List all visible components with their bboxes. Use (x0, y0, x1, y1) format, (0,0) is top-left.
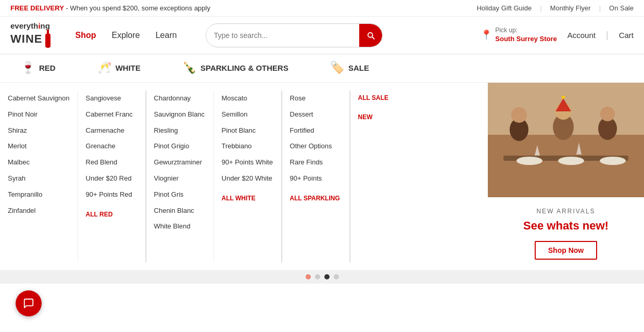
red-item-sangiovese[interactable]: Sangiovese (86, 91, 137, 107)
white-item-sauv-blanc[interactable]: Sauvignon Blanc (154, 107, 206, 123)
white-item-chenin[interactable]: Chenin Blanc (154, 203, 206, 219)
red-item-90plus[interactable]: 90+ Points Red (86, 187, 137, 203)
red-item-tempranillo[interactable]: Tempranillo (8, 187, 70, 203)
red-item-merlot[interactable]: Merlot (8, 138, 70, 155)
svg-point-9 (600, 157, 626, 165)
svg-point-3 (45, 45, 50, 48)
pickup-info[interactable]: 📍 Pick up: South Surrey Store (481, 27, 557, 43)
white-item-chardonnay[interactable]: Chardonnay (154, 91, 206, 107)
white-item-under20[interactable]: Under $20 White (222, 171, 273, 187)
white-item-semillon[interactable]: Semillon (222, 107, 273, 123)
cat-white-label: WHITE (116, 63, 141, 72)
new-link[interactable]: NEW (358, 110, 410, 125)
all-sale-link[interactable]: ALL SALE (358, 91, 410, 106)
right-panel: NEW ARRIVALS See whats new! Shop Now (488, 83, 644, 270)
shop-now-button[interactable]: Shop Now (535, 241, 597, 260)
cart-link[interactable]: Cart (619, 31, 634, 40)
red-col-2: Sangiovese Cabernet Franc Carmenache Gre… (78, 91, 146, 262)
white-item-blend[interactable]: White Blend (154, 219, 206, 235)
red-item-cab-franc[interactable]: Cabernet Franc (86, 107, 137, 123)
sparkling-item-dessert[interactable]: Dessert (290, 107, 342, 123)
svg-point-21 (562, 96, 565, 99)
white-item-viognier[interactable]: Viognier (154, 171, 206, 187)
red-item-carmenere[interactable]: Carmenache (86, 123, 137, 139)
sparkling-wine-icon: 🍾 (182, 61, 196, 74)
red-item-pinot-noir[interactable]: Pinot Noir (8, 107, 70, 123)
divider-2: | (599, 4, 601, 12)
svg-rect-2 (45, 35, 50, 46)
white-item-pinot-blanc[interactable]: Pinot Blanc (222, 123, 273, 139)
logo-text: everything (10, 22, 52, 30)
account-link[interactable]: Account (567, 31, 596, 40)
pickup-text: Pick up: South Surrey Store (495, 27, 557, 43)
sparkling-item-rose[interactable]: Rose (290, 91, 342, 107)
search-input[interactable] (206, 26, 359, 45)
white-col-1: Chardonnay Sauvignon Blanc Riesling Pino… (146, 91, 214, 262)
nav-shop[interactable]: Shop (72, 28, 98, 43)
red-item-grenache[interactable]: Grenache (86, 138, 137, 155)
red-item-cabernet[interactable]: Cabernet Sauvignon (8, 91, 70, 107)
monthly-flyer-link[interactable]: Monthly Flyer (550, 4, 591, 12)
category-nav: 🍷 RED 🥂 WHITE 🍾 SPARKLING & OTHERS 🏷️ SA… (0, 55, 644, 83)
white-item-gewurz[interactable]: Gewurztraminer (154, 155, 206, 171)
dot-2[interactable] (315, 274, 320, 279)
search-button[interactable] (359, 24, 382, 47)
nav-explore[interactable]: Explore (109, 28, 142, 43)
cat-sparkling-label: SPARKLING & OTHERS (200, 63, 288, 72)
sparkling-item-rare[interactable]: Rare Finds (290, 155, 342, 171)
cat-red-label: RED (39, 63, 56, 72)
top-bar-links: Holiday Gift Guide | Monthly Flyer | On … (477, 4, 634, 12)
holiday-guide-link[interactable]: Holiday Gift Guide (477, 4, 532, 12)
red-item-under20[interactable]: Under $20 Red (86, 171, 137, 187)
divider-1: | (540, 4, 541, 12)
free-delivery-banner: FREE DELIVERY - When you spend $200, som… (10, 4, 210, 12)
pickup-label: Pick up: (495, 27, 557, 35)
sparkling-item-fortified[interactable]: Fortified (290, 123, 342, 139)
svg-point-8 (558, 157, 584, 165)
red-item-zinfandel[interactable]: Zinfandel (8, 203, 70, 219)
dot-4[interactable] (334, 274, 339, 279)
free-delivery-desc: - When you spend $200, some exceptions a… (66, 4, 210, 12)
location-icon: 📍 (481, 29, 492, 41)
all-red-link[interactable]: ALL RED (86, 207, 137, 222)
white-col-2: Moscato Semillon Pinot Blanc Trebbiano 9… (214, 91, 282, 262)
cat-red[interactable]: 🍷 RED (10, 55, 87, 82)
red-item-red-blend[interactable]: Red Blend (86, 155, 137, 171)
people-image (488, 83, 644, 197)
top-bar: FREE DELIVERY - When you spend $200, som… (0, 0, 644, 17)
white-item-pinot-gris[interactable]: Pinot Gris (154, 187, 206, 203)
header-right: 📍 Pick up: South Surrey Store Account | … (481, 27, 634, 43)
white-item-90plus[interactable]: 90+ Points White (222, 155, 273, 171)
new-arrivals-box: NEW ARRIVALS See whats new! Shop Now (488, 197, 644, 270)
all-white-link[interactable]: ALL WHITE (222, 191, 273, 206)
wine-bottle-icon (44, 30, 52, 48)
cat-sparkling[interactable]: 🍾 SPARKLING & OTHERS (172, 55, 320, 82)
sparkling-item-90plus[interactable]: 90+ Points (290, 171, 342, 187)
sparkling-col: Rose Dessert Fortified Other Options Rar… (282, 91, 350, 262)
pickup-store: South Surrey Store (495, 35, 557, 44)
red-wine-icon: 🍷 (21, 61, 35, 74)
dot-1[interactable] (306, 274, 311, 279)
white-item-trebbiano[interactable]: Trebbiano (222, 138, 273, 155)
sale-icon: 🏷️ (330, 61, 344, 74)
nav-learn[interactable]: Learn (153, 28, 180, 43)
all-sparkling-link[interactable]: ALL SPARKLING (290, 191, 342, 206)
white-item-riesling[interactable]: Riesling (154, 123, 206, 139)
white-item-moscato[interactable]: Moscato (222, 91, 273, 107)
logo[interactable]: everything WINE (10, 22, 52, 48)
red-col-1: Cabernet Sauvignon Pinot Noir Shiraz Mer… (0, 91, 78, 262)
red-item-malbec[interactable]: Malbec (8, 155, 70, 171)
main-content: Cabernet Sauvignon Pinot Noir Shiraz Mer… (0, 83, 644, 270)
red-item-syrah[interactable]: Syrah (8, 171, 70, 187)
svg-point-15 (511, 107, 527, 123)
svg-rect-5 (488, 135, 644, 197)
white-item-pinot-grigio[interactable]: Pinot Grigio (154, 138, 206, 155)
cat-sale[interactable]: 🏷️ SALE (320, 55, 400, 82)
cat-sale-label: SALE (348, 63, 369, 72)
cat-white[interactable]: 🥂 WHITE (87, 55, 172, 82)
red-item-shiraz[interactable]: Shiraz (8, 123, 70, 139)
dot-3[interactable] (324, 274, 330, 279)
on-sale-link[interactable]: On Sale (609, 4, 634, 12)
carousel-indicators (0, 270, 644, 284)
sparkling-item-other[interactable]: Other Options (290, 138, 342, 155)
